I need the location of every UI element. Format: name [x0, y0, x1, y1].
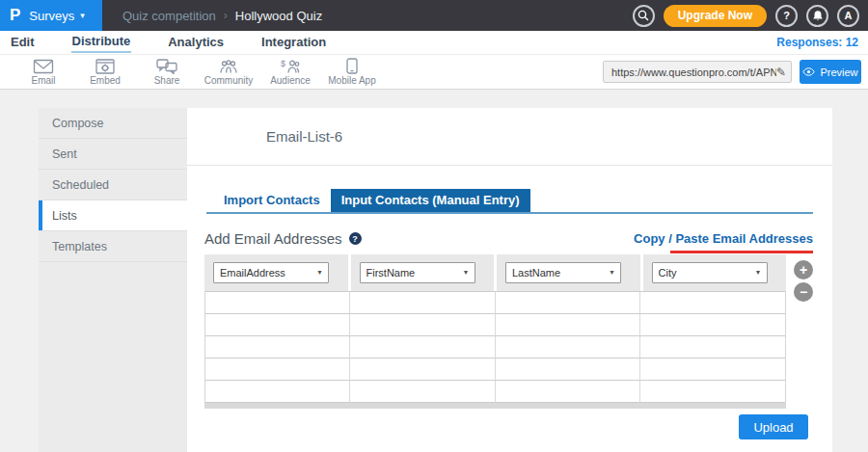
grid-cell[interactable]: [640, 359, 785, 381]
grid-row: [205, 314, 785, 336]
grid-row: [205, 336, 785, 359]
responses-count[interactable]: Responses: 12: [776, 36, 868, 49]
avatar-letter: A: [845, 10, 853, 21]
grid-cell[interactable]: [640, 381, 785, 403]
top-bar: P Surveys ▾ Quiz competition › Hollywood…: [0, 0, 868, 31]
mobile-app-icon: [346, 58, 358, 74]
account-avatar[interactable]: A: [837, 5, 859, 27]
tab-input-contacts-manual[interactable]: Input Contacts (Manual Entry): [331, 189, 530, 212]
grid-cell[interactable]: [496, 292, 640, 314]
search-icon: [637, 10, 649, 21]
grid-header-cell: EmailAddress▼: [204, 254, 348, 291]
grid-header-row: EmailAddress▼ FirstName▼ LastName▼ City▼: [204, 254, 786, 291]
edit-pencil-icon[interactable]: ✎: [776, 66, 786, 79]
column-select-lastname[interactable]: LastName: [505, 262, 621, 283]
sidebar-item-templates[interactable]: Templates: [39, 231, 187, 262]
grid-cell[interactable]: [350, 336, 495, 359]
grid-row: [205, 292, 785, 314]
grid-cell[interactable]: [350, 381, 495, 403]
notifications-button[interactable]: [806, 5, 828, 27]
column-select-email[interactable]: EmailAddress: [213, 262, 329, 283]
grid-row: [205, 381, 785, 403]
embed-icon: [95, 59, 115, 74]
grid-cell[interactable]: [205, 292, 350, 314]
section-title: Add Email Addresses: [204, 230, 342, 247]
share-icon: [156, 59, 177, 74]
horizontal-scrollbar[interactable]: [204, 403, 786, 409]
column-select-city[interactable]: City: [652, 262, 768, 283]
toolbar-item-mobile-app[interactable]: Mobile App: [321, 58, 383, 86]
list-title-block: Email-List-6: [187, 108, 832, 166]
eye-icon: [802, 67, 815, 76]
nav-tab-integration[interactable]: Integration: [260, 33, 327, 52]
nav-tab-distribute[interactable]: Distribute: [71, 32, 132, 53]
grid-header-cell: City▼: [643, 254, 787, 291]
topbar-actions: Upgrade Now ? A: [633, 5, 868, 27]
email-sidebar: Compose Sent Scheduled Lists Templates: [39, 108, 187, 452]
row-controls: + −: [794, 260, 813, 302]
grid-cell[interactable]: [640, 292, 785, 314]
grid-cell[interactable]: [496, 381, 640, 403]
sidebar-item-scheduled[interactable]: Scheduled: [39, 170, 187, 200]
toolbar-item-audience[interactable]: $ Audience: [259, 59, 321, 86]
survey-url-value: https://www.questionpro.com/t/APNrFZ: [611, 66, 776, 78]
toolbar-item-share[interactable]: Share: [136, 59, 198, 86]
remove-column-button[interactable]: −: [794, 282, 813, 302]
toolbar-item-email[interactable]: Email: [13, 59, 74, 86]
add-column-button[interactable]: +: [794, 260, 813, 279]
upgrade-now-button[interactable]: Upgrade Now: [664, 5, 767, 27]
grid-cell[interactable]: [205, 314, 350, 336]
grid-row: [205, 359, 785, 381]
tab-import-contacts[interactable]: Import Contacts: [213, 189, 331, 212]
survey-url-field[interactable]: https://www.questionpro.com/t/APNrFZ ✎: [603, 61, 792, 83]
toolbar-item-community[interactable]: Community: [198, 59, 259, 86]
grid-header-cell: FirstName▼: [351, 254, 495, 291]
sidebar-item-compose[interactable]: Compose: [39, 108, 187, 139]
upload-button[interactable]: Upload: [739, 414, 808, 439]
email-icon: [33, 59, 54, 74]
help-tooltip-icon[interactable]: ?: [349, 232, 362, 245]
grid-cell[interactable]: [640, 336, 785, 359]
annotation-underline: [670, 251, 813, 253]
search-button[interactable]: [633, 5, 655, 27]
nav-tab-edit[interactable]: Edit: [10, 33, 36, 52]
grid-cell[interactable]: [496, 359, 640, 381]
grid-body: [204, 291, 786, 403]
grid-header-cell: LastName▼: [497, 254, 640, 291]
svg-text:$: $: [281, 59, 285, 68]
add-email-section-header: Add Email Addresses ? Copy / Paste Email…: [204, 229, 813, 248]
grid-cell[interactable]: [350, 292, 495, 314]
breadcrumb-parent[interactable]: Quiz competition: [122, 9, 216, 23]
grid-cell[interactable]: [496, 336, 640, 359]
preview-button[interactable]: Preview: [800, 60, 861, 84]
copy-paste-link[interactable]: Copy / Paste Email Addresses: [634, 231, 813, 246]
content-card: Email-List-6 Import Contacts Input Conta…: [187, 108, 832, 452]
breadcrumb: Quiz competition › Hollywood Quiz: [122, 9, 322, 23]
contacts-tabs: Import Contacts Input Contacts (Manual E…: [206, 189, 813, 214]
column-select-firstname[interactable]: FirstName: [360, 262, 475, 283]
grid-cell[interactable]: [205, 336, 350, 359]
audience-icon: $: [280, 59, 301, 74]
community-icon: [218, 59, 239, 74]
questionpro-logo: P: [10, 6, 20, 25]
toolbar-item-embed[interactable]: Embed: [74, 59, 136, 86]
question-mark-icon: ?: [783, 10, 790, 21]
help-button[interactable]: ?: [775, 5, 798, 27]
plus-icon: +: [800, 263, 807, 277]
breadcrumb-current: Hollywood Quiz: [235, 9, 322, 23]
breadcrumb-separator-icon: ›: [224, 9, 228, 22]
surveys-menu-label: Surveys: [29, 9, 74, 23]
bell-icon: [812, 10, 824, 22]
chevron-down-icon: ▾: [80, 11, 85, 20]
grid-cell[interactable]: [350, 314, 495, 336]
grid-cell[interactable]: [205, 381, 350, 403]
nav-tab-analytics[interactable]: Analytics: [167, 33, 225, 52]
surveys-menu-button[interactable]: P Surveys ▾: [0, 0, 102, 31]
grid-cell[interactable]: [205, 359, 350, 381]
grid-cell[interactable]: [640, 314, 785, 336]
grid-cell[interactable]: [350, 359, 495, 381]
sidebar-item-sent[interactable]: Sent: [39, 139, 187, 170]
sidebar-item-lists[interactable]: Lists: [39, 200, 187, 231]
email-list-title: Email-List-6: [266, 128, 342, 145]
grid-cell[interactable]: [496, 314, 640, 336]
